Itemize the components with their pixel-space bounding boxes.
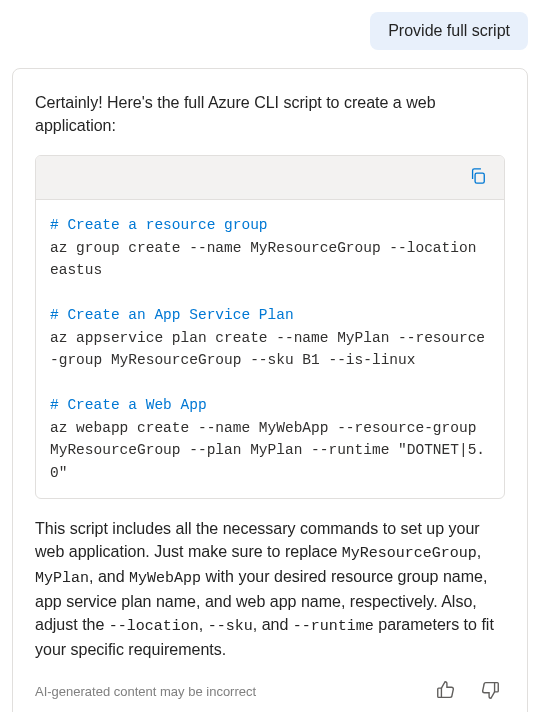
code-line: # Create a resource group (50, 214, 490, 236)
inline-code: MyPlan (35, 570, 89, 587)
thumbs-down-button[interactable] (475, 675, 505, 708)
user-message-bubble: Provide full script (370, 12, 528, 50)
inline-code: --location (109, 618, 199, 635)
assistant-intro: Certainly! Here's the full Azure CLI scr… (35, 91, 505, 137)
copy-button[interactable] (464, 162, 492, 193)
assistant-footer: AI-generated content may be incorrect (35, 675, 505, 708)
thumbs-down-icon (479, 679, 501, 704)
thumbs-up-button[interactable] (431, 675, 461, 708)
code-block: # Create a resource groupaz group create… (35, 155, 505, 499)
thumbs-up-icon (435, 679, 457, 704)
code-line: # Create a Web App (50, 394, 490, 416)
user-message-row: Provide full script (12, 12, 528, 50)
code-body[interactable]: # Create a resource groupaz group create… (36, 200, 504, 498)
code-line: az group create --name MyResourceGroup -… (50, 237, 490, 282)
copy-icon (468, 166, 488, 189)
feedback-group (431, 675, 505, 708)
code-line: # Create an App Service Plan (50, 304, 490, 326)
inline-code: MyResourceGroup (342, 545, 477, 562)
inline-code: MyWebApp (129, 570, 201, 587)
assistant-outro: This script includes all the necessary c… (35, 517, 505, 661)
code-block-header (36, 156, 504, 200)
ai-disclaimer: AI-generated content may be incorrect (35, 684, 256, 699)
code-line: az appservice plan create --name MyPlan … (50, 327, 490, 372)
svg-rect-0 (475, 173, 484, 183)
user-message-text: Provide full script (388, 22, 510, 39)
inline-code: --runtime (293, 618, 374, 635)
assistant-message-card: Certainly! Here's the full Azure CLI scr… (12, 68, 528, 712)
code-line: az webapp create --name MyWebApp --resou… (50, 417, 490, 484)
inline-code: --sku (208, 618, 253, 635)
